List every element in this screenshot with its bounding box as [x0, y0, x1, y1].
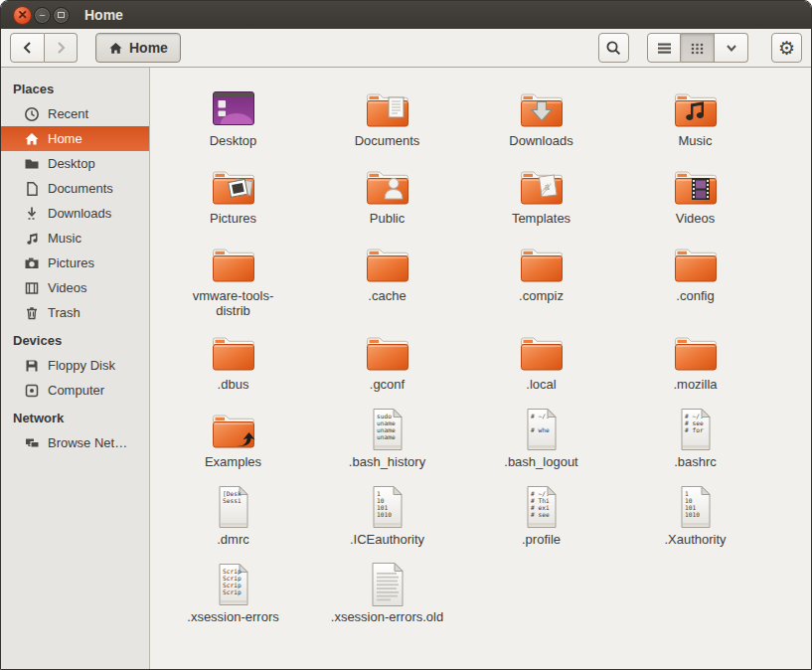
file-item-gconf[interactable]: .gconf	[310, 328, 464, 397]
file-label: Examples	[205, 455, 261, 470]
sidebar-item-recent[interactable]: Recent	[1, 101, 149, 126]
file-item-mozilla[interactable]: .mozilla	[618, 328, 772, 397]
file-item-profile[interactable]: # ~/.# Thi# exi# see.profile	[464, 483, 618, 552]
sidebar-item-label: Documents	[48, 181, 113, 196]
sidebar-item-downloads[interactable]: Downloads	[1, 201, 149, 226]
file-item-examples[interactable]: Examples	[156, 406, 310, 474]
file-item-music[interactable]: Music	[618, 84, 772, 153]
text-file-icon: ScripScripScripScrip	[210, 561, 257, 608]
breadcrumb-home-button[interactable]: Home	[95, 33, 181, 63]
maximize-icon[interactable]	[53, 7, 70, 24]
file-label: .gconf	[370, 378, 405, 393]
file-item-bashrc[interactable]: # ~/.# see# for.bashrc	[618, 406, 772, 474]
search-button[interactable]	[598, 33, 629, 63]
file-item-xauthority[interactable]: 1101011010.Xauthority	[618, 483, 772, 552]
close-icon[interactable]: ✕	[13, 6, 32, 25]
file-item-public[interactable]: Public	[310, 162, 464, 231]
file-label: .xsession-errors.old	[331, 610, 443, 625]
file-label: .xsession-errors	[187, 610, 278, 625]
file-label: .bash_logout	[504, 455, 577, 470]
settings-menu-button[interactable]: ⚙	[771, 33, 802, 63]
trash-icon	[24, 305, 40, 321]
svg-text:1010: 1010	[377, 510, 392, 517]
folder-pictures-icon	[210, 162, 257, 210]
file-label: .Xauthority	[664, 533, 726, 548]
back-arrow-icon	[20, 40, 36, 56]
svg-text:Sessi: Sessi	[223, 496, 242, 503]
svg-text:# ~/.: # ~/.	[531, 412, 550, 419]
view-options-dropdown-button[interactable]	[715, 33, 748, 63]
sidebar-item-label: Home	[48, 131, 82, 146]
svg-text:10: 10	[377, 496, 385, 503]
sidebar-item-label: Computer	[48, 383, 104, 398]
grid-view-icon	[690, 41, 705, 56]
floppy-icon	[24, 358, 40, 374]
file-item-dbus[interactable]: .dbus	[156, 328, 310, 397]
forward-button[interactable]	[45, 33, 78, 63]
folder-videos-icon	[672, 162, 720, 210]
sidebar-item-documents[interactable]: Documents	[1, 176, 149, 201]
file-grid: DesktopDocumentsDownloadsMusicPicturesPu…	[156, 84, 809, 629]
svg-text:# for: # for	[685, 425, 704, 432]
file-item-iceauthority[interactable]: 1101011010.ICEauthority	[310, 483, 464, 552]
list-view-icon	[657, 41, 672, 56]
sidebar-item-music[interactable]: Music	[1, 226, 149, 251]
home-icon	[108, 41, 123, 56]
folder-documents-icon	[364, 84, 411, 132]
svg-text:Scrip: Scrip	[223, 587, 242, 595]
download-icon	[24, 206, 40, 222]
file-item-templates[interactable]: aTemplates	[464, 162, 618, 231]
file-item-desktop[interactable]: Desktop	[156, 84, 310, 153]
gear-icon: ⚙	[778, 37, 795, 60]
file-item-documents[interactable]: Documents	[310, 84, 464, 153]
content-pane[interactable]: DesktopDocumentsDownloadsMusicPicturesPu…	[150, 68, 811, 669]
file-item-dmrc[interactable]: [DeskSessi.dmrc	[156, 483, 310, 552]
file-label: Videos	[676, 212, 716, 227]
minimize-icon[interactable]: −	[34, 7, 51, 24]
svg-text:# ~/.: # ~/.	[685, 412, 704, 419]
svg-text:# see: # see	[531, 510, 550, 517]
folder-examples-icon	[210, 406, 257, 453]
file-item-xsession-errors-old[interactable]: .xsession-errors.old	[310, 561, 464, 629]
file-label: Templates	[512, 212, 570, 227]
file-item-bash-logout[interactable]: # ~/.# whe.bash_logout	[464, 406, 618, 474]
file-item-compiz[interactable]: .compiz	[464, 240, 618, 319]
sidebar-item-videos[interactable]: Videos	[1, 275, 149, 300]
sidebar-item-trash[interactable]: Trash	[1, 300, 149, 325]
breadcrumb-label: Home	[129, 40, 168, 56]
network-icon	[24, 435, 40, 451]
desktop-icon	[210, 84, 257, 132]
list-view-button[interactable]	[647, 33, 681, 63]
folder-templates-icon: a	[518, 162, 566, 210]
file-item-bash-history[interactable]: sudounameunameuname.bash_history	[310, 406, 464, 474]
sidebar-item-home[interactable]: Home	[1, 126, 149, 151]
folder-icon	[672, 240, 720, 287]
svg-text:uname: uname	[377, 432, 396, 439]
file-item-config[interactable]: .config	[618, 240, 772, 319]
back-button[interactable]	[10, 33, 45, 63]
toolbar: Home	[1, 29, 811, 68]
text-file-icon: # ~/.# Thi# exi# see	[518, 483, 566, 531]
file-item-vmware-tools-distrib[interactable]: vmware-tools-distrib	[156, 240, 310, 319]
file-item-xsession-errors[interactable]: ScripScripScripScrip.xsession-errors	[156, 561, 310, 629]
doc-file-icon	[364, 561, 411, 608]
grid-view-button[interactable]	[681, 33, 715, 63]
sidebar-item-floppy-disk[interactable]: Floppy Disk	[1, 353, 149, 378]
file-label: .local	[526, 378, 556, 393]
file-label: .bash_history	[349, 455, 425, 470]
file-label: Desktop	[210, 134, 257, 149]
sidebar-item-label: Browse Net…	[48, 435, 127, 450]
view-mode-segmented-control	[647, 33, 748, 63]
sidebar-item-computer[interactable]: Computer	[1, 378, 149, 403]
sidebar-item-desktop[interactable]: Desktop	[1, 151, 149, 176]
file-label: .compiz	[519, 289, 564, 304]
file-item-local[interactable]: .local	[464, 328, 618, 397]
sidebar-item-pictures[interactable]: Pictures	[1, 251, 149, 275]
file-item-cache[interactable]: .cache	[310, 240, 464, 319]
text-file-icon: 1101011010	[672, 483, 720, 531]
file-item-downloads[interactable]: Downloads	[464, 84, 618, 153]
file-item-pictures[interactable]: Pictures	[156, 162, 310, 231]
sidebar-item-browse-net[interactable]: Browse Net…	[1, 430, 149, 455]
file-item-videos[interactable]: Videos	[618, 162, 772, 231]
svg-text:# ~/.: # ~/.	[531, 489, 550, 496]
